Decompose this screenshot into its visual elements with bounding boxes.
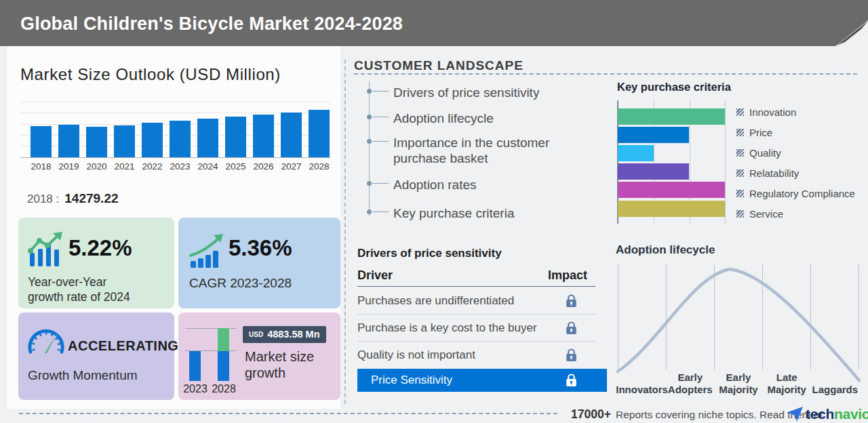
hatched-swatch-icon <box>736 129 744 136</box>
market-size-bar-2018 <box>31 126 52 157</box>
hatched-swatch-icon <box>736 190 744 197</box>
landscape-item-5: Key purchase criteria <box>354 205 591 221</box>
year-label-2019: 2019 <box>58 161 79 172</box>
driver-label: Purchase is a key cost to the buyer <box>357 321 537 335</box>
criteria-bar-service <box>618 201 725 217</box>
bullet-connector <box>372 91 389 92</box>
driver-row-1: Purchases are undifferentiated <box>357 287 595 315</box>
year-label-2020: 2020 <box>86 161 106 172</box>
market-size-bar-2023 <box>170 121 191 157</box>
logo-text-tech: tech <box>806 406 834 422</box>
market-outlook-panel: Market Size Outlook (USD Million) 201820… <box>7 46 340 409</box>
year-label-2026: 2026 <box>253 161 273 172</box>
legend-label: Innovation <box>749 106 796 118</box>
bar-chart-trend-icon <box>27 231 68 269</box>
hatched-swatch-icon <box>736 149 744 157</box>
landscape-item-label: Key purchase criteria <box>393 205 578 221</box>
market-size-growth-card: 2023 2028 USD4883.58 Mn Market size grow… <box>178 313 340 400</box>
momentum-label: Growth Momentum <box>28 368 138 383</box>
landscape-item-4: Adoption rates <box>354 177 591 193</box>
badge-currency: USD <box>249 331 263 338</box>
technavio-logo[interactable]: technavio <box>787 405 868 423</box>
badge-value: 4883.58 Mn <box>267 329 319 340</box>
growth-bar-2028-base <box>218 351 229 381</box>
legend-label: Service <box>749 208 783 220</box>
year-label-2022: 2022 <box>142 161 162 172</box>
growth-year-end: 2028 <box>212 383 236 395</box>
adoption-bell-curve <box>616 263 861 384</box>
technavio-arrow-icon <box>787 407 803 422</box>
legend-item-quality: Quality <box>736 147 781 158</box>
gridline <box>20 102 331 102</box>
legend-item-price: Price <box>736 127 772 138</box>
price-sensitivity-highlight-row: Price Sensitivity <box>357 369 607 392</box>
market-size-bar-2027 <box>281 113 302 157</box>
price-sensitivity-label: Price Sensitivity <box>371 374 452 387</box>
key-purchase-criteria-legend: InnovationPriceQualityRelatabilityRegula… <box>736 100 865 224</box>
growth-arrow-chart-icon <box>189 234 227 269</box>
note-year-value: 14279.22 <box>64 191 118 205</box>
bullet-dot-icon <box>367 139 372 144</box>
landscape-item-3: Importance in the customer purchase bask… <box>354 135 591 166</box>
note-year-label: 2018 : <box>27 193 59 205</box>
year-label-2021: 2021 <box>114 161 134 172</box>
yoy-growth-card: 5.22% Year-over-Year growth rate of 2024 <box>18 218 174 308</box>
landscape-item-2: Adoption lifecycle <box>354 110 591 126</box>
driver-table-rows: Purchases are undifferentiatedPurchase i… <box>357 287 595 368</box>
header-banner: Global Children's Bicycle Market 2024-20… <box>0 0 868 46</box>
bullet-connector <box>372 141 389 142</box>
landscape-item-label: Importance in the customer purchase bask… <box>393 135 578 166</box>
year-label-2025: 2025 <box>225 161 245 172</box>
market-size-bar-chart <box>20 100 331 157</box>
momentum-status: ACCELERATING <box>68 338 178 354</box>
year-label-2018: 2018 <box>31 161 51 172</box>
year-axis-labels: 2018201920202021202220232024202520262027… <box>20 161 331 174</box>
gridline <box>725 100 726 224</box>
market-outlook-title: Market Size Outlook (USD Million) <box>20 65 281 84</box>
legend-item-relatability: Relatability <box>736 167 799 178</box>
landscape-item-label: Adoption lifecycle <box>393 110 578 126</box>
legend-label: Regulatory Compliance <box>749 188 855 199</box>
legend-label: Price <box>749 127 772 138</box>
yoy-label-line2: growth rate of 2024 <box>28 290 130 304</box>
yoy-label-line1: Year-over-Year <box>28 275 106 289</box>
page-title: Global Children's Bicycle Market 2024-20… <box>20 0 403 46</box>
year-label-2023: 2023 <box>170 161 190 172</box>
stage-label-innovators: Innovators <box>618 370 666 396</box>
yoy-growth-label: Year-over-Year growth rate of 2024 <box>28 275 130 304</box>
criteria-bar-price <box>618 127 689 143</box>
market-size-bar-2019 <box>58 125 79 157</box>
stage-label-late-majority: Late Majority <box>763 370 811 396</box>
adoption-stage-labels: InnovatorsEarly AdoptersEarly MajorityLa… <box>618 370 859 396</box>
customer-landscape-title: CUSTOMER LANDSCAPE <box>354 58 524 73</box>
growth-value-badge: USD4883.58 Mn <box>243 326 326 343</box>
hatched-swatch-icon <box>736 108 744 116</box>
growth-momentum-card: ACCELERATING Growth Momentum <box>18 313 174 400</box>
yoy-growth-value: 5.22% <box>68 235 132 261</box>
cagr-label: CAGR 2023-2028 <box>189 276 292 291</box>
bullet-dot-icon <box>367 115 372 119</box>
logo-text-navio: navio <box>834 406 868 422</box>
driver-column-header: Driver <box>357 268 393 283</box>
impact-column-header: Impact <box>548 268 587 283</box>
lock-icon <box>566 321 577 335</box>
key-purchase-criteria-title: Key purchase criteria <box>617 81 731 94</box>
customer-landscape-underline <box>354 73 857 75</box>
year-label-2027: 2027 <box>281 161 301 172</box>
customer-landscape-list: Drivers of price sensitivityAdoption lif… <box>354 80 591 226</box>
bullet-dot-icon <box>367 209 372 214</box>
growth-bar-2028-increment <box>218 328 229 351</box>
footer: 17000+ Reports covering niche topics. Re… <box>0 405 868 423</box>
driver-label: Purchases are undifferentiated <box>357 294 514 308</box>
bullet-connector <box>372 117 389 117</box>
infographic-page: Global Children's Bicycle Market 2024-20… <box>0 0 868 423</box>
table-header: Driver Impact <box>357 268 595 287</box>
bullet-dot-icon <box>367 181 372 186</box>
growth-bar-2023 <box>189 351 201 381</box>
report-count: 17000+ <box>571 407 611 422</box>
market-size-bar-2026 <box>253 115 274 157</box>
criteria-bar-regulatory-compliance <box>618 182 725 198</box>
stage-label-laggards: Laggards <box>811 370 859 396</box>
driver-row-2: Purchase is a key cost to the buyer <box>357 315 595 342</box>
cagr-card: 5.36% CAGR 2023-2028 <box>178 218 340 308</box>
